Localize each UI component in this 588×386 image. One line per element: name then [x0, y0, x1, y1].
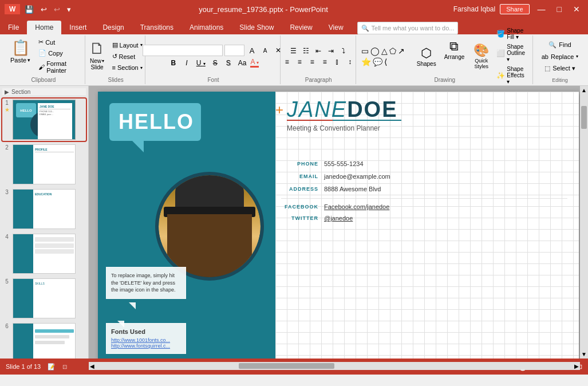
font-family-input[interactable] — [143, 45, 223, 56]
shape-icon-8[interactable]: ⟨ — [384, 57, 388, 67]
italic-button[interactable]: I — [181, 58, 192, 68]
scroll-left-button[interactable]: ◀ — [89, 363, 96, 369]
scroll-up-button[interactable]: ▲ — [580, 86, 588, 94]
tab-file[interactable]: File — [0, 21, 27, 34]
canvas-area[interactable]: HELLO To replace image, simply hit the — [89, 86, 588, 359]
convert-smartart-button[interactable]: ⤵ — [338, 46, 349, 56]
shape-outline-label: Shape Outline ▾ — [507, 44, 527, 62]
save-icon[interactable]: 💾 — [22, 4, 36, 15]
slide-thumb-6[interactable]: 6 ★ — [2, 322, 86, 359]
case-button[interactable]: Aa — [236, 58, 249, 68]
line-spacing-button[interactable]: ↕ — [344, 57, 356, 66]
underline-button[interactable]: U ▾ — [194, 58, 208, 68]
find-button[interactable]: 🔍 Find — [545, 40, 574, 50]
shape-fill-button[interactable]: 🪣 Shape Fill ▾ — [495, 27, 529, 41]
replace-dropdown[interactable]: ▾ — [576, 54, 578, 59]
new-slide-button[interactable]: 🗋 New ▾ Slide — [87, 37, 108, 76]
quick-styles-button[interactable]: 🎨 Quick Styles — [470, 37, 492, 76]
share-button[interactable]: Share — [500, 4, 529, 14]
tab-view[interactable]: View — [321, 21, 352, 34]
redo-icon[interactable]: ↩ — [52, 4, 62, 15]
numbered-list-button[interactable]: ☷ — [300, 46, 311, 56]
format-painter-button[interactable]: 🖌 Format Painter — [36, 59, 81, 75]
paragraph-label: Paragraph — [305, 76, 332, 83]
tab-insert[interactable]: Insert — [61, 21, 94, 34]
minimize-button[interactable]: — — [534, 3, 549, 15]
tab-transitions[interactable]: Transitions — [132, 21, 181, 34]
decrease-indent-button[interactable]: ⇤ — [313, 46, 324, 56]
shape-icon-4[interactable]: ⬠ — [389, 46, 397, 56]
tell-me-search[interactable]: 🔍 Tell me what you want to do... — [357, 22, 459, 34]
paste-button[interactable]: 📋 Paste ▾ — [6, 37, 35, 76]
select-button[interactable]: ⬚ Select ▾ — [541, 64, 579, 73]
copy-button[interactable]: 📄 Copy — [36, 48, 81, 58]
file-menu-icon[interactable]: W — [5, 4, 20, 14]
shape-fill-icon: 🪣 — [496, 30, 505, 38]
fonts-arrow — [117, 321, 124, 328]
font-size-input[interactable] — [224, 45, 244, 56]
scroll-right-button[interactable]: ▶ — [573, 363, 580, 369]
grow-font-button[interactable]: A — [246, 46, 258, 56]
shape-icon-1[interactable]: ▭ — [361, 46, 369, 56]
horizontal-scrollbar[interactable]: ◀ ▶ — [89, 362, 580, 370]
shape-options: 🪣 Shape Fill ▾ ⬜ Shape Outline ▾ ✨ Shape… — [495, 37, 529, 76]
new-slide-dropdown[interactable]: ▾ — [102, 58, 104, 64]
status-accessibility: ⊡ — [62, 364, 67, 370]
shape-effects-button[interactable]: ✨ Shape Effects ▾ — [495, 65, 529, 85]
font-color-button[interactable]: A ▾ — [250, 58, 259, 68]
shape-icon-2[interactable]: ◯ — [370, 46, 380, 56]
fonts-link-2[interactable]: http://www.fontsquirrel.c... — [111, 343, 181, 349]
section-triangle[interactable]: ▶ — [5, 89, 9, 95]
slide-preview-5: SKILLS — [13, 278, 76, 318]
tab-slideshow[interactable]: Slide Show — [231, 21, 282, 34]
select-icon: ⬚ — [544, 65, 550, 72]
arrange-button[interactable]: ⧉ Arrange — [441, 37, 468, 76]
bold-button[interactable]: B — [168, 58, 179, 68]
scroll-down-button[interactable]: ▼ — [580, 350, 588, 359]
slide-thumb-2[interactable]: 2 ★ PROFILE — [2, 143, 86, 186]
tab-review[interactable]: Review — [282, 21, 320, 34]
slide-thumb-5[interactable]: 5 ★ SKILLS — [2, 277, 86, 320]
vertical-scrollbar[interactable]: ▲ ▼ — [580, 86, 588, 359]
shape-icon-7[interactable]: 💬 — [372, 57, 383, 67]
h-scroll-thumb[interactable] — [239, 363, 334, 369]
shape-outline-button[interactable]: ⬜ Shape Outline ▾ — [495, 43, 529, 63]
fonts-link-1[interactable]: http://www.1001fonts.co... — [111, 337, 181, 343]
customize-icon[interactable]: ▾ — [65, 4, 73, 15]
justify-button[interactable]: ≡ — [319, 57, 330, 66]
align-center-button[interactable]: ≡ — [294, 57, 305, 66]
strikethrough-button[interactable]: S — [210, 58, 221, 68]
undo-icon[interactable]: ↩ — [38, 4, 49, 15]
facebook-row: FACEBOOK Facebook.com/janedoe — [281, 203, 567, 210]
facebook-label: FACEBOOK — [281, 204, 318, 210]
section-button[interactable]: ≡ Section ▾ — [110, 63, 145, 72]
align-left-button[interactable]: ≡ — [281, 57, 293, 66]
shadow-button[interactable]: S — [223, 58, 234, 68]
reset-button[interactable]: ↺ Reset — [110, 52, 145, 61]
shape-icon-6[interactable]: ⭐ — [361, 57, 372, 67]
shrink-font-button[interactable]: A — [259, 47, 271, 54]
columns-button[interactable]: ⫿ — [332, 57, 343, 66]
align-right-button[interactable]: ≡ — [306, 57, 318, 66]
tab-home[interactable]: Home — [27, 21, 61, 34]
layout-dropdown[interactable]: ▾ — [140, 42, 143, 48]
phone-value: 555-555-1234 — [324, 160, 364, 167]
paste-dropdown[interactable]: ▾ — [27, 57, 30, 63]
tab-design[interactable]: Design — [94, 21, 132, 34]
increase-indent-button[interactable]: ⇥ — [325, 46, 337, 56]
cut-button[interactable]: ✂ Cut — [36, 37, 81, 47]
slide-thumb-3[interactable]: 3 EDUCATION — [2, 188, 86, 230]
editing-content: 🔍 Find ab Replace ▾ ⬚ Select ▾ — [538, 37, 582, 76]
layout-button[interactable]: ▤ Layout ▾ — [110, 40, 145, 50]
replace-button[interactable]: ab Replace ▾ — [538, 52, 582, 61]
shapes-button[interactable]: ⬡ Shapes — [415, 37, 439, 76]
scroll-thumb[interactable] — [581, 106, 587, 129]
shape-icon-3[interactable]: △ — [381, 46, 388, 56]
shape-icon-5[interactable]: ↗ — [397, 46, 405, 56]
close-button[interactable]: ✕ — [570, 3, 583, 15]
bullet-list-button[interactable]: ☰ — [287, 46, 299, 56]
slide-thumb-4[interactable]: 4 — [2, 233, 86, 275]
restore-button[interactable]: □ — [554, 3, 565, 15]
tab-animations[interactable]: Animations — [181, 21, 231, 34]
slide-thumb-1[interactable]: 1 ★ HELLO JANE DOE PHONE 555... EMAIL ja… — [2, 99, 86, 141]
